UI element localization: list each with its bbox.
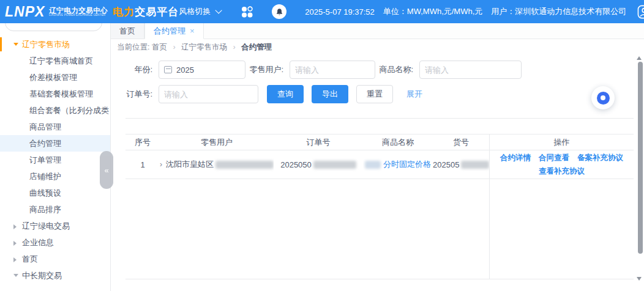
cell-item-no: 202505: [433, 150, 489, 179]
apps-grid-button[interactable]: [241, 6, 253, 18]
org-name-block: 辽宁电力交易中心 LIAONING POWER EXCHANGE CENTER: [49, 7, 108, 17]
sidebar-item-combo-package-template[interactable]: 组合套餐（比列分成类）模板管理: [0, 102, 110, 119]
sidebar-item-shop-maintenance[interactable]: 店铺维护: [0, 168, 110, 185]
current-user-text: 用户：深圳软通动力信息技术有限公司: [491, 6, 626, 17]
redacted-blur: [215, 161, 274, 169]
sidebar-item-basic-package-template[interactable]: 基础套餐模板管理: [0, 86, 110, 102]
style-switch-dropdown[interactable]: 风格切换: [179, 6, 220, 17]
product-name-field[interactable]: [419, 61, 522, 79]
sidebar-collapse-handle[interactable]: «: [100, 151, 113, 189]
sidebar-search-input[interactable]: [5, 23, 102, 31]
sidebar-item-mid-long-term-trade[interactable]: 中长期交易: [0, 267, 110, 284]
bell-circle: [272, 4, 286, 19]
contract-view-link[interactable]: 合同查看: [539, 153, 569, 163]
scroll-down-arrow-icon[interactable]: [637, 277, 642, 281]
reset-button[interactable]: 重置: [356, 85, 393, 103]
sidebar-item-home[interactable]: 首页: [0, 251, 110, 267]
sidebar-item-liaoning-retail-market[interactable]: 辽宁零售市场: [0, 36, 110, 53]
logo: LNPX: [5, 5, 45, 19]
year-date-input[interactable]: [159, 61, 245, 79]
sidebar-item-price-diff-template[interactable]: 价差模板管理: [0, 69, 110, 86]
tab-home[interactable]: 首页: [111, 23, 144, 39]
product-name-input[interactable]: [425, 65, 516, 75]
order-no-input[interactable]: [164, 90, 253, 99]
sidebar-item-label: 价差模板管理: [29, 73, 77, 82]
table-row: 1 › 沈阳市皇姑区 2025050 分时固定价格: [125, 150, 634, 179]
caret-down-icon: [13, 274, 18, 277]
apps-grid-icon: [241, 6, 253, 18]
sidebar-item-curve-preset[interactable]: 曲线预设: [0, 185, 110, 201]
product-title-rest: 交易平台: [135, 6, 179, 18]
caret-right-icon: [13, 241, 17, 246]
tab-contract-management[interactable]: 合约管理 ×: [144, 23, 204, 39]
sidebar-item-label: 企业信息: [22, 238, 54, 247]
retail-user-field[interactable]: [290, 61, 375, 79]
caret-down-icon: [13, 43, 18, 46]
sidebar-item-label: 首页: [22, 254, 38, 263]
user-avatar-icon: [637, 5, 644, 19]
breadcrumb-item-market[interactable]: 辽宁零售市场: [181, 43, 227, 51]
expand-filters-link[interactable]: 展开: [406, 89, 422, 100]
table-empty-extension: [125, 179, 634, 279]
ring-icon: [597, 92, 610, 105]
sidebar-menu: 辽宁零售市场 辽宁零售商城首页 价差模板管理 基础套餐模板管理 组合套餐（比列分…: [0, 23, 110, 284]
sidebar-item-label: 辽宁零售市场: [22, 40, 70, 49]
sidebar-item-label: 店铺维护: [29, 172, 61, 181]
header-right: 风格切换 2025-5-07 19:37:5: [179, 4, 644, 19]
tab-label: 首页: [119, 26, 135, 35]
close-icon[interactable]: ×: [190, 27, 195, 35]
sidebar-item-label: 组合套餐（比列分成类）模板管理: [29, 106, 110, 115]
breadcrumb-item-current: 合约管理: [241, 43, 272, 51]
sidebar-item-enterprise-info[interactable]: 企业信息: [0, 234, 110, 251]
caret-right-icon: [13, 257, 17, 262]
floating-service-button[interactable]: [591, 86, 615, 109]
retail-user-input[interactable]: [295, 65, 370, 75]
sidebar-item-label: 曲线预设: [29, 188, 61, 197]
product-name-link[interactable]: 分时固定价格: [383, 159, 431, 170]
order-no-field[interactable]: [159, 85, 258, 103]
order-no-label: 订单号:: [114, 89, 152, 100]
section-divider: [125, 118, 634, 119]
breadcrumb-prefix: 当前位置:: [117, 43, 149, 51]
year-input[interactable]: [176, 65, 240, 75]
search-form-row-1: 年份: 零售用户: 商品名称:: [111, 61, 644, 79]
order-no-text: 2025050: [280, 160, 312, 169]
col-header-order-no: 订单号: [274, 134, 363, 150]
sidebar-item-contract-management[interactable]: 合约管理: [0, 135, 110, 152]
content-panel: 年份: 零售用户: 商品名称: 订单号:: [111, 55, 644, 291]
breadcrumb-separator: ›: [173, 43, 175, 51]
sidebar-item-label: 辽宁绿电交易: [22, 221, 70, 230]
calendar-icon: [164, 66, 172, 73]
cell-order-no: 2025050: [274, 150, 363, 179]
retail-user-text: 沈阳市皇姑区: [166, 159, 214, 170]
scroll-up-arrow-icon[interactable]: [637, 56, 642, 60]
retail-user-label: 零售用户:: [248, 64, 283, 75]
product-title-highlight: 电力: [113, 6, 135, 18]
sidebar-item-green-power-trade[interactable]: 辽宁绿电交易: [0, 218, 110, 234]
contracts-table: 序号 零售用户 订单号 商品名称 货号 操作 1 › 沈阳市皇姑区: [125, 134, 634, 279]
org-name-en: LIAONING POWER EXCHANGE CENTER: [49, 14, 108, 17]
contract-detail-link[interactable]: 合约详情: [500, 153, 531, 163]
record-supplement-link[interactable]: 备案补充协议: [577, 153, 623, 163]
sidebar-item-product-management[interactable]: 商品管理: [0, 119, 110, 135]
row-expand-icon[interactable]: ›: [160, 160, 162, 169]
breadcrumb-item-home[interactable]: 首页: [152, 43, 167, 51]
notifications-button[interactable]: [272, 4, 286, 19]
sidebar-item-label: 中长期交易: [22, 271, 62, 280]
breadcrumb-separator: ›: [233, 43, 236, 51]
item-no-text: 202505: [433, 160, 459, 169]
user-avatar-menu[interactable]: [637, 5, 644, 19]
actions-line-1: 合约详情 合同查看 备案补充协议: [500, 153, 623, 163]
query-button[interactable]: 查询: [267, 85, 304, 103]
vertical-scrollbar[interactable]: [638, 62, 643, 254]
org-name-cn: 辽宁电力交易中心: [49, 7, 108, 14]
sidebar-item-order-management[interactable]: 订单管理: [0, 152, 110, 168]
product-title: 电力交易平台: [113, 5, 179, 19]
sidebar-item-label: 订单管理: [29, 155, 61, 164]
sidebar-item-product-sort[interactable]: 商品排序: [0, 201, 110, 218]
view-supplement-link[interactable]: 查看补充协议: [539, 166, 585, 177]
sidebar-item-retail-mall-home[interactable]: 辽宁零售商城首页: [0, 53, 110, 69]
export-button[interactable]: 导出: [312, 85, 348, 103]
sidebar: 辽宁零售市场 辽宁零售商城首页 价差模板管理 基础套餐模板管理 组合套餐（比列分…: [0, 23, 111, 291]
col-header-retail-user: 零售用户: [160, 134, 274, 150]
